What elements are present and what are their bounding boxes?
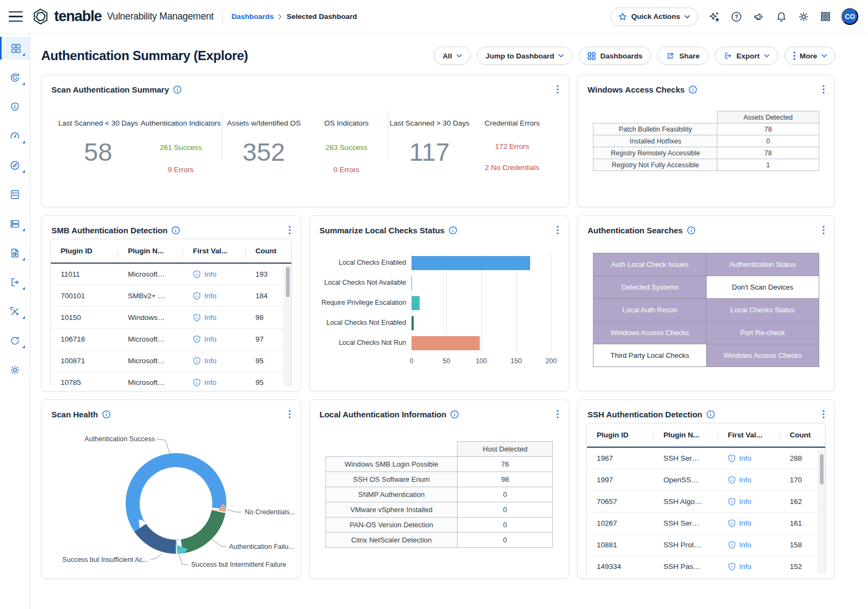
card-menu-icon[interactable] xyxy=(821,225,826,235)
column-header-plugin-name[interactable]: Plugin N... xyxy=(654,431,718,439)
scrollbar-track[interactable] xyxy=(818,448,825,574)
card-menu-icon[interactable] xyxy=(556,84,560,95)
info-severity-link[interactable]: Info xyxy=(728,497,780,506)
info-severity-link[interactable]: Info xyxy=(728,562,780,571)
info-icon[interactable] xyxy=(689,86,697,94)
row-value[interactable]: 78 xyxy=(717,123,819,135)
scrollbar-thumb[interactable] xyxy=(286,267,290,297)
settings-gear-icon[interactable] xyxy=(798,11,810,23)
info-severity-link[interactable]: Info xyxy=(193,335,245,344)
filter-all-dropdown[interactable]: All xyxy=(434,47,470,65)
tenable-logo[interactable]: tenable Vulnerability Management xyxy=(31,8,213,26)
share-button[interactable]: Share xyxy=(657,47,708,65)
card-menu-icon[interactable] xyxy=(821,84,826,95)
row-value[interactable]: 0 xyxy=(458,518,553,533)
info-icon[interactable] xyxy=(451,410,459,418)
breadcrumb-dashboards-link[interactable]: Dashboards xyxy=(231,12,273,21)
sidebar-item-remediation[interactable] xyxy=(0,300,30,323)
card-menu-icon[interactable] xyxy=(556,409,560,420)
card-menu-icon[interactable] xyxy=(288,225,292,235)
bar-3[interactable] xyxy=(412,316,414,330)
bar-4[interactable] xyxy=(412,336,480,350)
metric-errors[interactable]: 9 Errors xyxy=(140,166,223,174)
row-value[interactable]: 78 xyxy=(717,147,819,159)
search-link-third-party-local-checks[interactable]: Third Party Local Checks xyxy=(593,344,707,367)
metric-errors[interactable]: 172 Errors xyxy=(471,142,554,150)
info-severity-link[interactable]: Info xyxy=(728,454,780,463)
info-icon[interactable] xyxy=(449,226,457,234)
row-value[interactable]: 98 xyxy=(458,472,553,487)
sidebar-item-recast[interactable] xyxy=(0,329,30,352)
quick-actions-button[interactable]: Quick Actions xyxy=(610,8,698,26)
card-menu-icon[interactable] xyxy=(288,409,292,420)
bar-1[interactable] xyxy=(412,276,412,290)
apps-grid-icon[interactable] xyxy=(820,11,831,22)
more-button[interactable]: More xyxy=(785,47,836,65)
search-link-windows-access-checks[interactable]: Windows Access Checks xyxy=(593,322,707,344)
notifications-bell-icon[interactable] xyxy=(775,11,787,23)
search-link-local-auth-recon[interactable]: Local Auth Recon xyxy=(593,299,707,322)
table-row[interactable]: 10785Microsoft…Info95 xyxy=(51,372,291,387)
table-row[interactable]: 1997OpenSS…Info170 xyxy=(587,469,825,491)
row-value[interactable]: 0 xyxy=(458,502,553,518)
help-icon[interactable]: ? xyxy=(730,11,742,23)
metric-errors[interactable]: 0 Errors xyxy=(305,166,388,174)
table-row[interactable]: 100871Microsoft…Info95 xyxy=(51,350,291,372)
info-severity-link[interactable]: Info xyxy=(193,270,245,279)
column-header-count[interactable]: Count xyxy=(780,431,825,439)
search-link-auth-local-check-issues[interactable]: Auth Local Check Issues xyxy=(593,253,707,276)
donut-segment-0[interactable] xyxy=(116,444,236,564)
row-value[interactable]: 0 xyxy=(717,135,819,147)
table-row[interactable]: 10150Windows…Info98 xyxy=(51,307,291,329)
bar-2[interactable] xyxy=(412,296,420,310)
row-value[interactable]: 0 xyxy=(458,487,553,502)
column-header-plugin-id[interactable]: Plugin ID xyxy=(587,431,654,439)
info-severity-link[interactable]: Info xyxy=(728,541,780,549)
search-link-local-checks-status[interactable]: Local Checks Status xyxy=(707,299,819,322)
row-value[interactable]: 1 xyxy=(717,159,819,171)
table-row[interactable]: 10267SSH Ser…Info161 xyxy=(587,513,825,534)
info-icon[interactable] xyxy=(707,410,715,418)
sidebar-item-explore[interactable] xyxy=(0,154,30,176)
table-row[interactable]: 70657SSH Algo…Info162 xyxy=(587,491,825,513)
info-severity-link[interactable]: Info xyxy=(193,313,245,322)
user-avatar[interactable]: CO xyxy=(841,8,858,25)
search-link-dont-scan-devices[interactable]: Don't Scan Devices xyxy=(707,276,819,299)
jump-to-dashboard-dropdown[interactable]: Jump to Dashboard xyxy=(477,47,573,65)
sidebar-item-settings[interactable] xyxy=(0,358,30,381)
announcements-megaphone-icon[interactable] xyxy=(753,11,765,23)
export-button[interactable]: Export xyxy=(715,47,778,65)
sidebar-item-scan-templates[interactable] xyxy=(0,183,30,206)
sidebar-item-findings[interactable] xyxy=(0,95,30,118)
column-header-plugin-name[interactable]: Plugin N... xyxy=(118,247,183,255)
search-link-authentication-status[interactable]: Authentication Status xyxy=(707,253,819,276)
sidebar-item-export[interactable] xyxy=(0,271,30,293)
metric-no-credentials[interactable]: 2 No Credentials xyxy=(471,163,554,172)
ai-sparkles-icon[interactable] xyxy=(708,11,720,23)
row-value[interactable]: 0 xyxy=(458,533,553,548)
metric-success[interactable]: 283 Success xyxy=(305,143,388,152)
dashboards-button[interactable]: Dashboards xyxy=(579,47,651,65)
info-severity-link[interactable]: Info xyxy=(728,476,780,484)
search-link-port-re-check[interactable]: Port Re-check xyxy=(707,322,819,344)
sidebar-item-scans[interactable] xyxy=(0,66,30,89)
sidebar-item-lumin[interactable] xyxy=(0,125,30,147)
row-value[interactable]: 76 xyxy=(458,457,553,472)
column-header-first-val[interactable]: First Val... xyxy=(718,431,780,439)
table-row[interactable]: 149334SSH Pas…Info152 xyxy=(587,556,825,574)
info-severity-link[interactable]: Info xyxy=(193,378,245,387)
scrollbar-thumb[interactable] xyxy=(820,454,824,484)
column-header-first-val[interactable]: First Val... xyxy=(183,247,245,255)
metric-success[interactable]: 261 Success xyxy=(140,143,223,152)
column-header-plugin-id[interactable]: Plugin ID xyxy=(51,247,118,255)
table-row[interactable]: 1967SSH Ser…Info288 xyxy=(587,448,825,469)
sidebar-item-reports[interactable] xyxy=(0,241,30,264)
table-row[interactable]: 700101SMBv2+ …Info184 xyxy=(51,285,291,307)
table-row[interactable]: 11011Microsoft…Info193 xyxy=(51,264,291,285)
table-row[interactable]: 106716Microsoft…Info97 xyxy=(51,329,291,350)
info-icon[interactable] xyxy=(687,226,695,234)
card-menu-icon[interactable] xyxy=(821,409,826,420)
bar-0[interactable] xyxy=(412,256,530,270)
search-link-windows-access-checks-2[interactable]: Windows Access Checks xyxy=(707,344,819,367)
table-row[interactable]: 10881SSH Prot…Info158 xyxy=(587,534,825,556)
